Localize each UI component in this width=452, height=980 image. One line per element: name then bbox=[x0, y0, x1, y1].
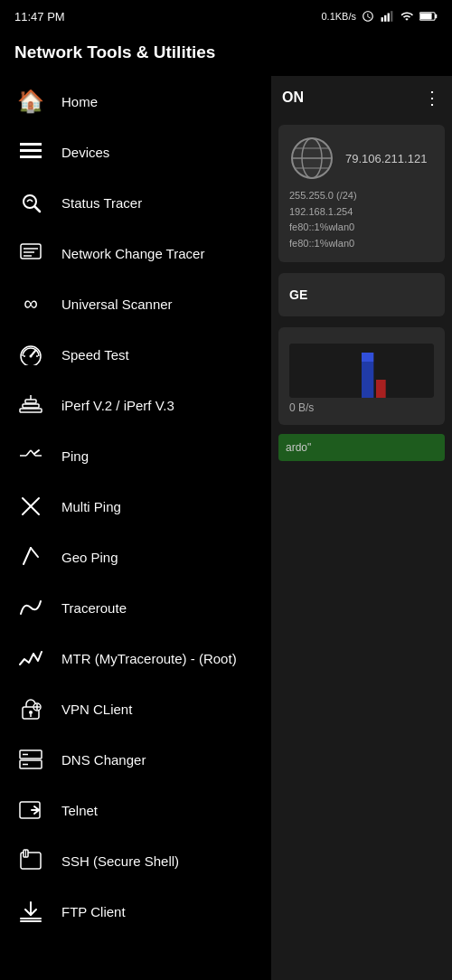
sidebar-item-speed-test[interactable]: Speed Test bbox=[0, 329, 271, 380]
wifi-icon bbox=[400, 10, 414, 23]
sidebar-item-iperf[interactable]: iPerf V.2 / iPerf V.3 bbox=[0, 380, 271, 430]
sidebar-item-label-ssh: SSH (Secure Shell) bbox=[61, 853, 179, 869]
alarm-icon bbox=[362, 10, 374, 23]
battery-icon bbox=[419, 11, 438, 22]
green-card-label: ardo" bbox=[286, 441, 311, 454]
ip-address: 79.106.211.121 bbox=[345, 152, 427, 165]
sidebar-item-label-speed-test: Speed Test bbox=[61, 347, 129, 363]
sidebar-item-label-universal-scanner: Universal Scanner bbox=[61, 297, 173, 312]
svg-point-35 bbox=[29, 711, 33, 714]
speed-graph-svg bbox=[289, 344, 434, 398]
ssh-icon bbox=[18, 848, 43, 873]
status-right: 0.1KB/s bbox=[321, 10, 438, 23]
sidebar-item-label-geo-ping: Geo Ping bbox=[61, 550, 118, 565]
sidebar-item-label-vpn-client: VPN CLient bbox=[61, 702, 132, 717]
sidebar-item-ssh[interactable]: SSH (Secure Shell) bbox=[0, 835, 271, 886]
green-card: ardo" bbox=[278, 434, 445, 461]
drawer-menu: 🏠 Home Devices Stat bbox=[0, 76, 271, 980]
multi-ping-icon bbox=[18, 494, 43, 519]
home-icon: 🏠 bbox=[18, 89, 43, 114]
more-options-icon[interactable]: ⋮ bbox=[423, 87, 441, 108]
svg-rect-59 bbox=[362, 353, 373, 362]
sidebar-item-label-iperf: iPerf V.2 / iPerf V.3 bbox=[61, 398, 174, 413]
app-title: Network Tools & Utilities bbox=[14, 42, 215, 62]
sidebar-item-universal-scanner[interactable]: ∞ Universal Scanner bbox=[0, 278, 271, 329]
sidebar-item-traceroute[interactable]: Traceroute bbox=[0, 582, 271, 633]
status-time: 11:47 PM bbox=[14, 10, 65, 24]
content-header: ON ⋮ bbox=[271, 76, 452, 119]
sidebar-item-label-status-tracer: Status Tracer bbox=[61, 195, 142, 211]
network-change-tracer-icon bbox=[18, 240, 43, 266]
sidebar-item-mtr[interactable]: MTR (MyTraceroute) - (Root) bbox=[0, 633, 271, 683]
ftp-client-icon bbox=[18, 899, 43, 924]
status-bar: 11:47 PM 0.1KB/s bbox=[0, 0, 452, 29]
svg-line-33 bbox=[31, 548, 38, 557]
svg-rect-60 bbox=[376, 380, 386, 398]
network-speed: 0.1KB/s bbox=[321, 11, 356, 22]
status-tracer-icon bbox=[18, 190, 43, 215]
sidebar-item-label-traceroute: Traceroute bbox=[61, 600, 127, 616]
content-panel: ON ⋮ 79.106.211.121 255.255.0 (/24) 192.… bbox=[271, 76, 452, 980]
svg-rect-5 bbox=[420, 13, 432, 19]
sidebar-item-label-network-change-tracer: Network Change Tracer bbox=[61, 246, 204, 261]
content-title: ON bbox=[282, 90, 304, 106]
sidebar-item-ftp-client[interactable]: FTP Client bbox=[0, 886, 271, 937]
sidebar-item-devices[interactable]: Devices bbox=[0, 127, 271, 177]
sidebar-item-dns-changer[interactable]: DNS Changer bbox=[0, 734, 271, 785]
sidebar-item-geo-ping[interactable]: Geo Ping bbox=[0, 532, 271, 582]
sidebar-item-label-dns-changer: DNS Changer bbox=[61, 752, 146, 768]
signal-icon bbox=[380, 10, 394, 23]
devices-icon bbox=[18, 139, 43, 165]
ping-icon bbox=[18, 443, 43, 468]
sidebar-item-label-telnet: Telnet bbox=[61, 803, 98, 818]
sidebar-item-label-ftp-client: FTP Client bbox=[61, 904, 126, 919]
mtr-icon bbox=[18, 645, 43, 671]
geo-ping-icon bbox=[18, 544, 43, 570]
sidebar-item-telnet[interactable]: Telnet bbox=[0, 785, 271, 835]
svg-rect-2 bbox=[388, 14, 390, 22]
sidebar-item-label-multi-ping: Multi Ping bbox=[61, 499, 121, 514]
svg-rect-1 bbox=[384, 15, 386, 22]
sidebar-item-home[interactable]: 🏠 Home bbox=[0, 76, 271, 127]
sidebar-item-label-devices: Devices bbox=[61, 145, 109, 160]
sidebar-item-label-mtr: MTR (MyTraceroute) - (Root) bbox=[61, 651, 237, 666]
svg-rect-21 bbox=[20, 409, 42, 412]
svg-line-32 bbox=[24, 548, 31, 564]
svg-rect-7 bbox=[20, 143, 42, 146]
dns-changer-icon bbox=[18, 747, 43, 772]
speed-label: 0 B/s bbox=[289, 401, 434, 414]
sidebar-item-label-home: Home bbox=[61, 94, 98, 109]
sidebar-item-vpn-client[interactable]: VPN CLient bbox=[0, 683, 271, 734]
sidebar-item-status-tracer[interactable]: Status Tracer bbox=[0, 177, 271, 228]
app-header: Network Tools & Utilities bbox=[0, 29, 452, 76]
svg-line-29 bbox=[34, 450, 39, 454]
svg-line-11 bbox=[35, 207, 41, 212]
svg-point-18 bbox=[30, 355, 33, 358]
svg-rect-23 bbox=[25, 400, 36, 403]
sidebar-item-multi-ping[interactable]: Multi Ping bbox=[0, 481, 271, 532]
vpn-client-icon bbox=[18, 696, 43, 721]
telnet-icon bbox=[18, 797, 43, 823]
speed-test-icon bbox=[18, 342, 43, 367]
globe-icon bbox=[289, 136, 334, 181]
sidebar-item-network-change-tracer[interactable]: Network Change Tracer bbox=[0, 228, 271, 278]
network-type-badge: GE bbox=[289, 284, 434, 306]
traceroute-icon bbox=[18, 595, 43, 620]
iperf-icon bbox=[18, 392, 43, 418]
ge-card: GE bbox=[278, 273, 445, 316]
svg-rect-3 bbox=[391, 11, 392, 22]
ip-card: 79.106.211.121 255.255.0 (/24) 192.168.1… bbox=[278, 125, 445, 262]
svg-rect-6 bbox=[435, 14, 437, 18]
ip-info: 79.106.211.121 bbox=[345, 152, 427, 165]
speed-graph bbox=[289, 344, 434, 398]
globe-row: 79.106.211.121 bbox=[289, 136, 434, 181]
network-info: 255.255.0 (/24) 192.168.1.254 fe80::1%wl… bbox=[289, 188, 434, 251]
graph-card: 0 B/s bbox=[278, 327, 445, 425]
sidebar-item-label-ping: Ping bbox=[61, 448, 89, 464]
svg-rect-8 bbox=[20, 149, 42, 152]
svg-rect-0 bbox=[381, 17, 383, 22]
svg-rect-58 bbox=[362, 362, 373, 398]
universal-scanner-icon: ∞ bbox=[18, 291, 43, 316]
svg-rect-9 bbox=[20, 155, 42, 158]
sidebar-item-ping[interactable]: Ping bbox=[0, 430, 271, 481]
